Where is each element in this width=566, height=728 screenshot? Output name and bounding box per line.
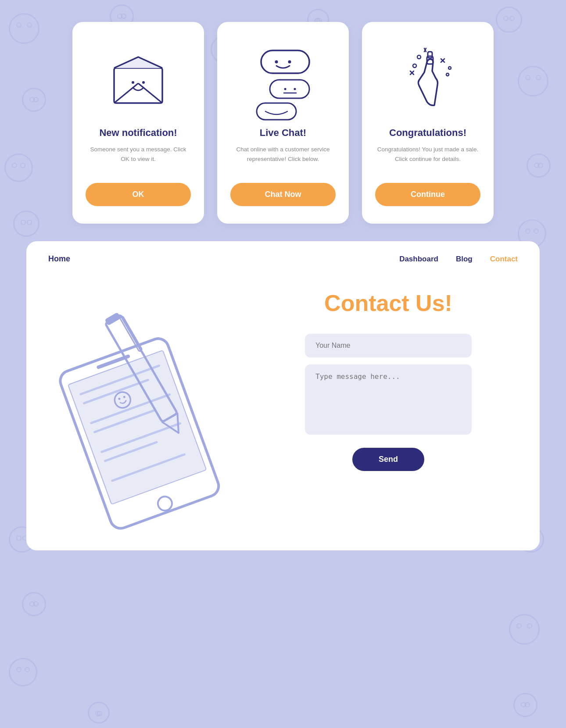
- ok-button[interactable]: OK: [86, 183, 191, 206]
- contact-nav: Home Dashboard Blog Contact: [26, 241, 540, 272]
- chat-now-button[interactable]: Chat Now: [230, 183, 336, 206]
- svg-point-9: [284, 88, 287, 90]
- livechat-icon-area: [244, 39, 322, 118]
- svg-point-15: [413, 64, 416, 68]
- svg-point-6: [275, 61, 278, 64]
- livechat-title: Live Chat!: [260, 127, 306, 139]
- svg-point-4: [142, 81, 145, 84]
- page-content: New notification! Someone sent you a mes…: [0, 0, 566, 572]
- writing-illustration: [48, 281, 250, 527]
- congratulations-icon-area: [388, 39, 467, 118]
- celebration-icon: [393, 44, 463, 114]
- message-textarea[interactable]: [305, 364, 472, 435]
- contact-title: Contact Us!: [324, 290, 452, 316]
- svg-point-3: [132, 81, 134, 84]
- nav-dashboard[interactable]: Dashboard: [399, 255, 438, 264]
- congratulations-card: Congratulations! Congratulations! You ju…: [362, 22, 494, 224]
- cards-row: New notification! Someone sent you a mes…: [26, 22, 540, 224]
- svg-point-21: [417, 55, 421, 59]
- notification-icon-area: [99, 39, 178, 118]
- svg-point-18: [446, 73, 449, 76]
- continue-button[interactable]: Continue: [375, 183, 480, 206]
- svg-rect-5: [261, 50, 309, 73]
- svg-rect-14: [428, 52, 432, 58]
- svg-line-2: [138, 83, 162, 103]
- contact-section: Home Dashboard Blog Contact: [26, 241, 540, 550]
- nav-blog[interactable]: Blog: [456, 255, 473, 264]
- contact-body: Contact Us! Send: [26, 272, 540, 550]
- svg-point-10: [294, 88, 296, 90]
- svg-point-7: [288, 61, 291, 64]
- congratulations-title: Congratulations!: [389, 127, 466, 139]
- congratulations-desc: Congratulations! You just made a sale. C…: [375, 145, 480, 170]
- svg-line-1: [114, 83, 138, 103]
- name-input[interactable]: [305, 334, 472, 357]
- envelope-icon: [103, 44, 173, 114]
- svg-rect-12: [257, 103, 296, 120]
- nav-contact[interactable]: Contact: [490, 255, 518, 264]
- livechat-card: Live Chat! Chat online with a customer s…: [217, 22, 349, 224]
- svg-rect-40: [104, 312, 121, 326]
- contact-form-area: Contact Us! Send: [259, 281, 518, 528]
- nav-home[interactable]: Home: [48, 254, 70, 264]
- livechat-desc: Chat online with a customer service repr…: [230, 145, 336, 170]
- notification-title: New notification!: [99, 127, 177, 139]
- svg-rect-8: [270, 80, 309, 98]
- notification-desc: Someone sent you a message. Click OK to …: [86, 145, 191, 170]
- notification-card: New notification! Someone sent you a mes…: [72, 22, 204, 224]
- contact-illustration: [48, 281, 241, 528]
- svg-point-22: [448, 67, 451, 69]
- chat-bubbles-icon: [248, 44, 318, 114]
- send-button[interactable]: Send: [352, 448, 424, 471]
